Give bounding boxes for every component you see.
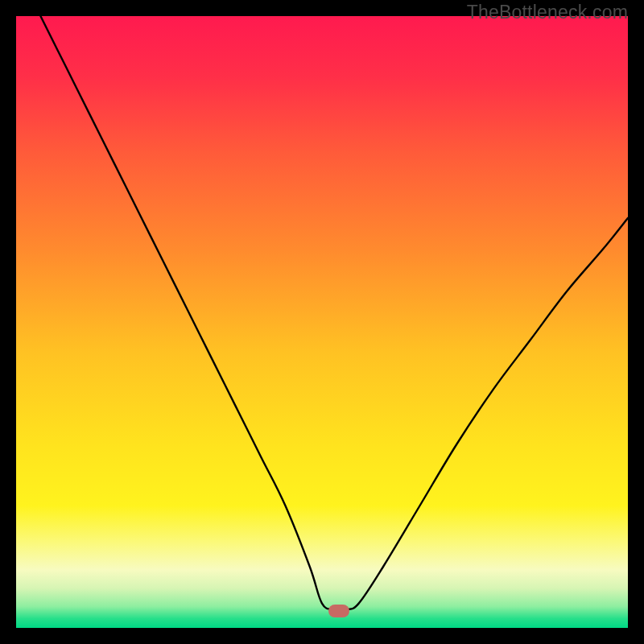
optimum-marker	[328, 605, 349, 617]
chart-frame: TheBottleneck.com	[0, 0, 644, 644]
bottleneck-curve	[16, 16, 628, 628]
watermark-text: TheBottleneck.com	[467, 2, 628, 23]
plot-area	[16, 16, 628, 628]
